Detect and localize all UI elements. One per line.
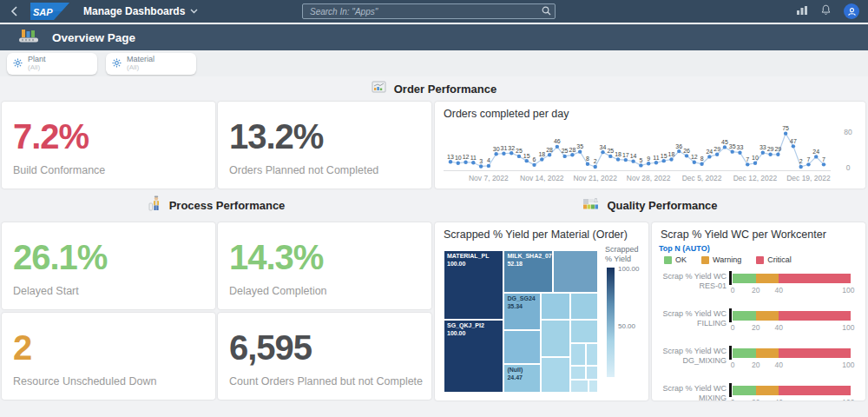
data-point[interactable] [624, 158, 628, 162]
scrapped-yield-treemap-card[interactable]: Scrapped % Yield per Material (Order) MA… [435, 222, 648, 400]
data-point[interactable] [578, 149, 582, 153]
app-title[interactable]: Manage Dashboards [83, 5, 185, 17]
data-point[interactable] [700, 162, 703, 166]
data-point[interactable] [799, 165, 802, 169]
data-point[interactable] [548, 153, 551, 156]
filter-plant[interactable]: Plant (All) [7, 53, 97, 75]
bullet-bar[interactable] [733, 386, 851, 395]
data-point[interactable] [532, 163, 536, 167]
treemap-cell[interactable] [570, 320, 598, 342]
treemap-cell[interactable] [570, 293, 598, 320]
kpi-resource-unscheduled-down[interactable]: 2 Resource Unscheduled Down [2, 313, 215, 400]
line-chart[interactable]: 1310121134303132251561828462528358234251… [438, 122, 862, 187]
data-point[interactable] [806, 162, 810, 166]
data-point[interactable] [662, 159, 666, 162]
data-point[interactable] [562, 155, 566, 158]
top-n-label[interactable]: Top N (AUTO) [659, 244, 710, 253]
treemap-cell-sg_qkj_pi2[interactable]: SG_QKJ_PI2100.00 [444, 320, 503, 393]
legend-item-warning[interactable]: Warning [701, 255, 741, 264]
treemap-cell[interactable] [553, 250, 598, 293]
bullet-row-res-01[interactable]: Scrap % Yield WCRES-0102040100 [652, 269, 865, 307]
treemap-cell[interactable] [570, 380, 589, 393]
data-point[interactable] [464, 161, 467, 164]
kpi-delayed-start[interactable]: 26.1% Delayed Start [2, 222, 215, 309]
data-point[interactable] [586, 162, 589, 166]
data-point[interactable] [631, 159, 635, 162]
data-point[interactable] [738, 150, 741, 154]
treemap[interactable]: MATERIAL_PL100.00SG_QKJ_PI2100.00MILK_SH… [444, 250, 598, 393]
chevron-down-icon[interactable] [190, 9, 198, 14]
data-point[interactable] [487, 164, 490, 168]
data-point[interactable] [746, 162, 749, 166]
data-point[interactable] [594, 165, 597, 169]
treemap-cell-material_pl[interactable]: MATERIAL_PL100.00 [444, 250, 503, 320]
data-point[interactable] [479, 164, 483, 168]
data-point[interactable] [654, 161, 658, 164]
data-point[interactable] [510, 151, 513, 155]
treemap-cell[interactable] [570, 366, 586, 380]
data-point[interactable] [784, 131, 787, 135]
data-point[interactable] [449, 160, 452, 163]
data-point[interactable] [814, 155, 818, 158]
data-point[interactable] [685, 154, 688, 157]
data-point[interactable] [517, 155, 521, 158]
kpi-build-conformance[interactable]: 7.2% Build Conformance [2, 102, 215, 189]
data-point[interactable] [669, 157, 673, 161]
treemap-cell[interactable] [541, 320, 570, 357]
data-point[interactable] [570, 153, 574, 156]
treemap-cell[interactable] [586, 343, 598, 366]
bullet-row-dg_mixing[interactable]: Scrap % Yield WCDG_MIXING02040100 [652, 344, 865, 381]
treemap-cell-milk_sha2_07[interactable]: MILK_SHA2_0752.18 [503, 250, 553, 293]
bullet-row-mixing[interactable]: Scrap % Yield WCMIXING02040100 [652, 381, 865, 400]
data-point[interactable] [707, 155, 711, 158]
kpi-delayed-completion[interactable]: 14.3% Delayed Completion [218, 222, 431, 309]
data-point[interactable] [525, 159, 529, 162]
bullet-row-filling[interactable]: Scrap % Yield WCFILLING02040100 [652, 307, 865, 344]
data-point[interactable] [715, 153, 719, 156]
data-point[interactable] [761, 150, 765, 154]
data-point[interactable] [601, 150, 604, 154]
data-point[interactable] [822, 162, 825, 166]
treemap-cell[interactable] [570, 343, 586, 366]
search-icon[interactable] [542, 3, 551, 19]
legend-item-ok[interactable]: OK [664, 255, 687, 264]
treemap-cell[interactable] [503, 330, 541, 364]
scrap-yield-bullet-card[interactable]: Scrap % Yield WC per Workcenter Top N (A… [652, 222, 865, 400]
analytics-icon[interactable] [796, 3, 808, 19]
bullet-bar[interactable] [733, 274, 851, 283]
data-point[interactable] [776, 153, 779, 156]
data-point[interactable] [471, 161, 475, 164]
data-point[interactable] [730, 149, 733, 153]
data-point[interactable] [608, 155, 612, 158]
data-point[interactable] [753, 162, 757, 165]
data-point[interactable] [494, 152, 497, 156]
user-avatar-icon[interactable] [844, 3, 859, 19]
kpi-orders-planned-not-completed[interactable]: 13.2% Orders Planned not Completed [218, 102, 431, 189]
treemap-cell[interactable] [541, 357, 570, 393]
bell-icon[interactable] [820, 3, 832, 19]
data-point[interactable] [723, 145, 727, 149]
treemap-cell[interactable] [589, 380, 598, 393]
data-point[interactable] [693, 161, 696, 164]
data-point[interactable] [502, 152, 505, 156]
data-point[interactable] [616, 157, 620, 161]
kpi-count-orders-planned-not-complete[interactable]: 6,595 Count Orders Planned but not Compl… [218, 313, 431, 400]
bullet-bar[interactable] [733, 311, 851, 321]
legend-item-critical[interactable]: Critical [756, 255, 792, 264]
filter-material[interactable]: Material (All) [106, 53, 196, 75]
data-point[interactable] [540, 157, 543, 161]
data-point[interactable] [768, 153, 772, 156]
data-point[interactable] [639, 163, 642, 167]
back-icon[interactable] [10, 5, 18, 18]
orders-completed-chart-card[interactable]: Orders completed per day 131012113430313… [435, 102, 865, 189]
data-point[interactable] [647, 162, 650, 165]
search-input[interactable] [310, 7, 542, 17]
data-point[interactable] [677, 149, 681, 153]
data-point[interactable] [792, 144, 795, 148]
treemap-cell[interactable] [541, 293, 570, 320]
bullet-bar[interactable] [733, 348, 851, 358]
data-point[interactable] [457, 162, 460, 165]
treemap-cell-(null)[interactable]: (Null)24.47 [503, 364, 541, 393]
data-point[interactable] [556, 145, 559, 149]
treemap-cell-dg_sg24[interactable]: DG_SG2435.34 [503, 293, 541, 330]
